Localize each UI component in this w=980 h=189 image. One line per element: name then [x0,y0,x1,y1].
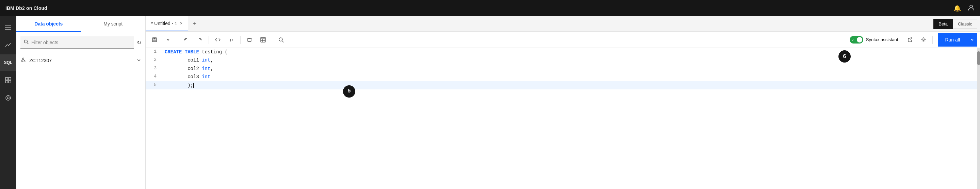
schema-name: ZCT12307 [29,58,133,63]
table-row: 4 col3 int [146,73,980,81]
svg-point-8 [6,95,11,100]
editor-tab[interactable]: * Untitled - 1 × [146,16,188,31]
syntax-label: Syntax assistant [866,37,898,42]
syntax-toggle[interactable]: ✓ [850,36,863,43]
svg-text:T: T [232,39,234,41]
sidebar: Data objects My script ↻ [16,16,146,189]
svg-point-30 [279,38,282,41]
svg-rect-18 [153,38,156,40]
sidebar-tabs: Data objects My script [16,16,145,32]
svg-rect-1 [5,25,11,25]
save-button[interactable] [148,33,161,46]
svg-rect-5 [8,78,11,80]
svg-rect-2 [5,27,11,27]
svg-point-13 [21,60,22,62]
toolbar: T T [146,32,980,48]
font-size-button[interactable]: T T [225,33,237,46]
separator-1 [177,36,177,44]
table-button[interactable] [257,33,269,46]
sidebar-search-container[interactable] [21,37,134,49]
table-row: 3 col2 int, [146,65,980,73]
table-row: 2 col1 int, [146,56,980,64]
svg-rect-24 [249,38,250,39]
redo-button[interactable] [194,33,206,46]
rail-data[interactable] [0,72,16,88]
tab-close-icon[interactable]: × [180,21,182,26]
svg-line-32 [910,38,912,40]
svg-rect-22 [248,39,251,41]
search-icon [24,40,29,45]
rail-monitor[interactable] [0,90,16,106]
app-container: SQL Data objects My script [0,16,980,189]
app-brand: IBM Db2 on Cloud [5,5,47,11]
line-number: 2 [146,56,162,64]
schema-icon [21,57,26,64]
run-all-button[interactable]: Run all [938,33,967,46]
search-input[interactable] [31,40,130,45]
line-content: col1 int, [162,56,980,64]
export-button[interactable] [904,33,916,46]
mode-buttons: Beta Classic [933,16,977,31]
scrollbar[interactable] [977,48,980,189]
separator-3 [240,36,240,44]
table-row: 1 CREATE TABLE testing ( [146,48,980,56]
sidebar-search-row: ↻ [16,32,145,53]
svg-rect-7 [8,81,11,83]
refresh-icon[interactable]: ↻ [137,40,141,46]
code-lines: 1 CREATE TABLE testing ( 2 col1 int, 3 c… [146,48,980,89]
classic-button[interactable]: Classic [953,19,977,29]
tab-bar: * Untitled - 1 × + [146,16,933,31]
toggle-check-icon: ✓ [851,38,854,41]
line-number: 5 [146,81,162,89]
svg-rect-4 [5,78,8,80]
separator-4 [272,36,272,44]
svg-rect-19 [153,40,156,41]
navbar: IBM Db2 on Cloud 🔔 [0,0,980,16]
code-area[interactable]: 1 CREATE TABLE testing ( 2 col1 int, 3 c… [146,48,980,189]
svg-line-11 [27,43,29,44]
svg-point-12 [22,58,24,59]
rail-menu[interactable] [0,19,16,35]
tab-add-button[interactable]: + [188,16,202,31]
chevron-down-icon [137,58,141,64]
beta-button[interactable]: Beta [933,19,953,29]
scrollbar-thumb[interactable] [977,51,980,65]
line-content: ); [162,81,980,89]
tab-my-script[interactable]: My script [81,16,146,32]
user-icon[interactable] [968,4,975,13]
notification-icon[interactable]: 🔔 [953,5,961,12]
code-view-button[interactable] [212,33,224,46]
sql-label: SQL [4,60,13,65]
run-all-dropdown[interactable] [967,33,977,46]
line-content: CREATE TABLE testing ( [162,48,980,56]
svg-line-31 [282,41,283,42]
line-number: 1 [146,48,162,56]
search-button[interactable] [275,33,287,46]
separator-6 [932,36,933,44]
tab-row: * Untitled - 1 × + Beta Classic [146,16,980,32]
save-dropdown-button[interactable] [162,33,174,46]
svg-point-0 [970,5,972,8]
svg-point-9 [7,97,9,99]
line-number: 3 [146,65,162,73]
table-row: 5 ); [146,81,980,89]
rail-analytics[interactable] [0,37,16,53]
rail-sql[interactable]: SQL [0,54,16,71]
line-content: col3 int [162,73,980,81]
settings-button[interactable] [917,33,930,46]
toggle-knob [857,37,862,43]
tab-title: * Untitled - 1 [151,21,177,26]
line-number: 4 [146,73,162,81]
svg-point-14 [24,60,25,62]
undo-button[interactable] [180,33,192,46]
syntax-assistant: ✓ Syntax assistant [850,36,898,43]
svg-point-33 [923,39,924,40]
editor-area: * Untitled - 1 × + Beta Classic [146,16,980,189]
annotation-badge-6: 6 [838,50,851,62]
schema-item[interactable]: ZCT12307 [16,53,145,68]
svg-rect-3 [5,29,11,30]
delete-button[interactable] [243,33,256,46]
navbar-actions: 🔔 [953,4,975,13]
tab-data-objects[interactable]: Data objects [16,16,81,32]
separator-2 [208,36,209,44]
